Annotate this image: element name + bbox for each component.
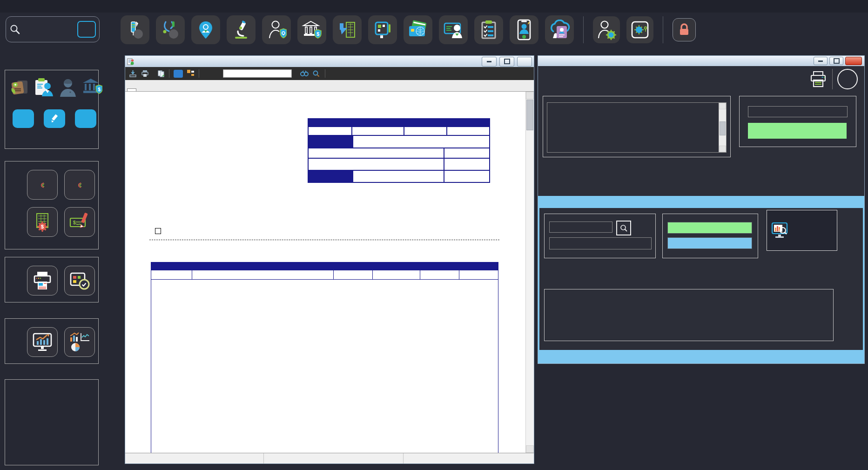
pqs-tabs [539,196,863,208]
select-patient-groupbox [544,214,656,258]
minimize-icon [487,61,491,62]
lock-button[interactable] [673,18,696,41]
patient-security-button[interactable] [262,15,291,44]
export-data-button[interactable] [333,15,362,44]
schedule-group [5,257,99,302]
scrollbar-thumb[interactable] [526,100,533,130]
toggle-group-tree-button[interactable] [174,70,183,78]
telehealth-button[interactable] [510,15,538,44]
check-writer-button[interactable]: $ [64,207,95,237]
view-online-statement-button[interactable] [767,210,837,251]
billing-change-checkbox[interactable] [155,228,161,234]
statement-page [125,92,525,453]
charts-button[interactable] [64,327,95,357]
icd-codes-button[interactable] [156,15,185,44]
last-payment-badge [667,222,752,234]
card-no-label [309,148,444,158]
pqs-close-button[interactable] [845,57,862,65]
print-statement-button[interactable] [809,71,828,87]
toolbar-divider [583,16,584,43]
info-groupbox [662,214,758,258]
menu-bar [0,0,868,13]
user-settings-button[interactable] [593,16,620,43]
balance-badge [667,237,752,249]
patient-icon[interactable] [58,78,78,97]
close-button[interactable] [517,57,532,67]
print-schedule-button[interactable] [27,266,58,295]
point-of-sale-button[interactable] [368,15,397,44]
restore-button[interactable] [499,57,514,67]
pqs-minimize-button[interactable] [814,57,828,65]
quick-launch-search[interactable] [6,16,100,42]
pqs-dialog-close-button[interactable] [837,69,858,89]
location-pin-icon [196,20,215,40]
patient-chart-icon[interactable] [34,78,54,97]
page-number-input[interactable] [223,69,292,78]
report-dashboard-button[interactable] [27,327,58,357]
pos-terminal-icon [372,20,393,40]
statements-scrollbar[interactable] [719,103,726,152]
scrollbar-thumb[interactable] [720,121,726,135]
check-label [309,171,353,182]
add-patient-button[interactable] [13,109,34,128]
credit-cards-icon [407,20,429,40]
user-gear-icon [596,20,617,40]
patient-cards-icon[interactable] [10,78,29,97]
restore-icon [504,59,510,64]
cms-1500-button[interactable] [27,170,58,200]
svg-text:$: $ [73,220,76,225]
credit-cards-button[interactable] [404,15,432,44]
shortcuts-group [5,379,99,465]
search-text-button[interactable] [300,70,309,77]
provider-locations-button[interactable] [191,15,220,44]
report-title-green-button[interactable] [748,123,847,139]
cms-1450-button[interactable] [64,170,95,200]
telehealth-phone-icon [516,19,532,40]
cpt-codes-button[interactable] [121,15,149,44]
payment-card-person-button[interactable] [439,15,468,44]
scroll-up-icon[interactable] [719,103,726,109]
print-report-button[interactable] [141,70,149,77]
pqs-titlebar[interactable] [538,56,864,66]
edit-patient-button[interactable] [44,109,65,128]
zoom-button[interactable] [313,70,321,77]
payment-header-account [309,119,352,126]
report-title-input[interactable] [748,106,848,117]
toolbar-divider [663,16,663,43]
minimize-button[interactable] [482,57,497,67]
patient-search-button[interactable] [616,221,631,235]
note-groupbox [544,289,834,341]
pqs-restore-button[interactable] [829,57,843,65]
icd-codes-icon [160,20,181,40]
statement-details-table [151,262,498,453]
appointments-button[interactable] [64,266,95,295]
export-report-button[interactable] [129,70,137,77]
main-report-tab[interactable] [127,88,136,91]
pqs-tab-area [538,196,864,363]
patient-accounts-icon[interactable]: $ [82,78,102,97]
report-scrollbar[interactable] [525,92,534,453]
scroll-down-icon[interactable] [526,445,534,453]
billing-statements-button[interactable]: $ [27,207,58,237]
payment-header-date [352,119,404,126]
task-checklist-button[interactable] [474,15,503,44]
quick-launch-menu-button[interactable] [77,21,96,38]
payment-account [309,127,352,135]
statements-groupbox [543,96,731,157]
scroll-down-icon[interactable] [719,146,726,152]
cloud-statements-button[interactable] [545,15,574,44]
patient-quick-statement-window [538,55,865,364]
patient-list-button[interactable] [75,109,96,128]
bank-deposits-button[interactable]: $ [297,15,326,44]
copy-report-button[interactable] [157,70,165,77]
report-window-titlebar[interactable] [125,56,534,67]
vault-button[interactable] [626,16,653,43]
lab-button[interactable] [227,15,256,44]
calendar-clock-icon [69,270,90,291]
charts-icon [69,332,90,352]
details-column-header [151,270,498,280]
group-tree-icon[interactable] [187,70,195,77]
scroll-up-icon[interactable] [526,92,534,99]
patient-name-field[interactable] [549,237,652,249]
patient-account-input[interactable] [549,222,612,233]
